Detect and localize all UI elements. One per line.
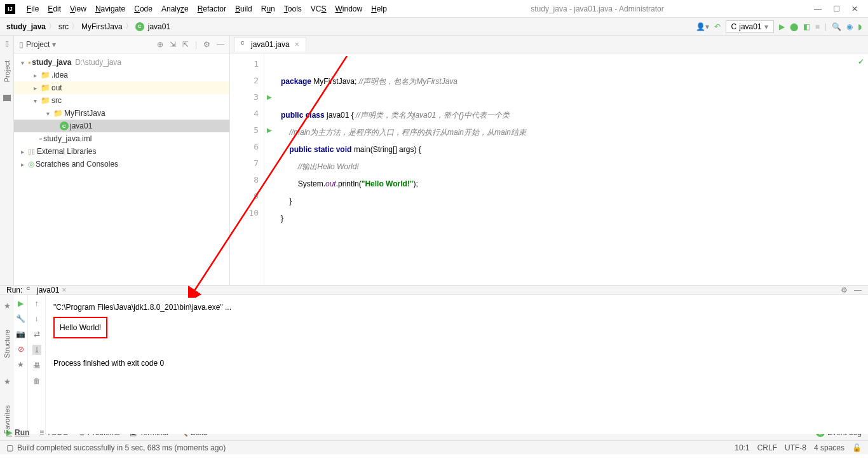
tree-out[interactable]: ▸📁 out <box>14 81 229 94</box>
debug-button[interactable]: ⬤ <box>790 22 798 31</box>
expand-icon[interactable]: ⇲ <box>170 40 176 49</box>
collapse-icon[interactable]: ⇱ <box>182 40 189 49</box>
status-eol[interactable]: CRLF <box>757 443 777 452</box>
favorites-tool-label[interactable]: Favorites <box>3 405 11 434</box>
star-icon[interactable]: ★ <box>17 360 24 369</box>
menubar: File Edit View Navigate Code Analyze Ref… <box>20 2 391 16</box>
hide-icon[interactable]: — <box>217 40 224 49</box>
minimize-button[interactable]: — <box>814 4 822 13</box>
status-indent[interactable]: 4 spaces <box>814 443 844 452</box>
project-panel-title: Project <box>26 40 50 49</box>
output-hello: Hello World! <box>53 317 107 338</box>
gear-icon[interactable]: ⚙ <box>203 40 210 49</box>
project-tool-tab[interactable]: ▯ <box>5 39 9 48</box>
editor-tab[interactable]: C java01.java × <box>234 37 306 52</box>
back-icon[interactable]: ↶ <box>714 22 721 31</box>
down-icon[interactable]: ↓ <box>35 314 39 323</box>
editor-area: C java01.java × 12345678910 ▶▶ package M… <box>230 36 868 285</box>
run-button[interactable]: ▶ <box>779 22 785 31</box>
menu-navigate[interactable]: Navigate <box>92 2 129 16</box>
wrench-icon[interactable]: 🔧 <box>16 314 25 323</box>
project-tool-label[interactable]: Project <box>3 60 11 82</box>
statusbar: ▢ Build completed successfully in 5 sec,… <box>0 440 868 454</box>
line-gutter: 12345678910 <box>230 53 264 285</box>
rerun-button[interactable]: ▶ <box>18 299 24 308</box>
run-output[interactable]: "C:\Program Files\Java\jdk1.8.0_201\bin\… <box>46 295 868 434</box>
menu-file[interactable]: File <box>23 2 43 16</box>
titlebar: IJ File Edit View Navigate Code Analyze … <box>0 0 868 18</box>
tree-scratch[interactable]: ▸◎ Scratches and Consoles <box>14 158 229 170</box>
tree-iml[interactable]: ▫ study_java.iml <box>14 132 229 145</box>
window-controls: — ☐ ✕ <box>804 4 868 13</box>
java-class-icon: C <box>241 41 248 48</box>
close-icon[interactable]: × <box>62 286 66 295</box>
run-config-selector[interactable]: C java01 ▾ <box>726 20 774 33</box>
run-config-name: java01 <box>739 22 761 31</box>
app-logo: IJ <box>5 4 15 14</box>
clear-icon[interactable]: 🗑 <box>33 377 41 385</box>
gear-icon[interactable]: ⚙ <box>841 286 848 295</box>
menu-vcs[interactable]: VCS <box>307 2 330 16</box>
run-panel: Run: Cjava01 × ⚙ — ★ Structure ★ Favorit… <box>0 285 868 424</box>
bookmark-icon[interactable] <box>3 95 11 101</box>
up-icon[interactable]: ↑ <box>35 299 39 308</box>
breadcrumb-src[interactable]: src <box>58 22 69 31</box>
breadcrumb: study_java 〉 src 〉 MyFirstJava 〉 C java0… <box>6 21 170 32</box>
inspection-ok-icon: ✓ <box>858 57 864 66</box>
breadcrumb-file[interactable]: java01 <box>148 22 170 31</box>
tree-external[interactable]: ▸⫿⫿ External Libraries <box>14 145 229 158</box>
menu-edit[interactable]: Edit <box>44 2 65 16</box>
update-icon[interactable]: ◉ <box>846 22 853 31</box>
scroll-icon[interactable]: ⤓ <box>32 345 41 355</box>
tree-class[interactable]: C java01 <box>14 120 229 132</box>
select-opened-icon[interactable]: ⊕ <box>157 40 163 49</box>
java-class-icon: C <box>731 22 737 31</box>
project-panel: ▯Project ▾ ⊕ ⇲ ⇱ | ⚙ — ▾▪ study_javaD:\s… <box>14 36 230 285</box>
breadcrumb-pkg[interactable]: MyFirstJava <box>81 22 123 31</box>
menu-analyze[interactable]: Analyze <box>158 2 193 16</box>
exit-icon[interactable]: ⊘ <box>18 345 24 354</box>
run-label: Run: <box>6 286 22 295</box>
status-icon[interactable]: ▢ <box>6 443 13 452</box>
navbar: study_java 〉 src 〉 MyFirstJava 〉 C java0… <box>0 18 868 36</box>
wrap-icon[interactable]: ⇄ <box>34 330 40 338</box>
code-editor[interactable]: 12345678910 ▶▶ package MyFirstJava; //声明… <box>230 53 868 285</box>
sync-icon[interactable]: ◗ <box>858 22 862 31</box>
close-button[interactable]: ✕ <box>851 4 858 13</box>
lock-icon[interactable]: 🔓 <box>852 443 862 452</box>
camera-icon[interactable]: 📷 <box>16 330 25 338</box>
user-icon[interactable]: 👤▾ <box>696 22 709 31</box>
output-cmd: "C:\Program Files\Java\jdk1.8.0_201\bin\… <box>53 299 860 316</box>
menu-build[interactable]: Build <box>231 2 256 16</box>
menu-view[interactable]: View <box>66 2 90 16</box>
window-title: study_java - java01.java - Administrator <box>391 4 804 13</box>
menu-window[interactable]: Window <box>331 2 366 16</box>
coverage-button[interactable]: ◧ <box>803 22 810 31</box>
run-tab-name: java01 <box>37 286 59 295</box>
stop-button[interactable]: ■ <box>815 22 820 31</box>
menu-tools[interactable]: Tools <box>280 2 306 16</box>
breadcrumb-project[interactable]: study_java <box>6 22 46 31</box>
menu-help[interactable]: Help <box>367 2 391 16</box>
menu-run[interactable]: Run <box>257 2 279 16</box>
search-icon[interactable]: 🔍 <box>832 22 841 31</box>
tree-src[interactable]: ▾📁 src <box>14 94 229 107</box>
status-enc[interactable]: UTF-8 <box>785 443 806 452</box>
java-class-icon: C <box>135 22 144 31</box>
tree-pkg[interactable]: ▾📁 MyFirstJava <box>14 107 229 120</box>
hide-icon[interactable]: — <box>854 286 862 295</box>
left-tool-gutter: ▯ Project <box>0 36 14 285</box>
run-gutter: ▶▶ <box>264 53 275 285</box>
tree-root[interactable]: ▾▪ study_javaD:\study_java <box>14 56 229 69</box>
project-tree: ▾▪ study_javaD:\study_java ▸📁 .idea ▸📁 o… <box>14 53 229 173</box>
menu-refactor[interactable]: Refactor <box>194 2 230 16</box>
status-pos[interactable]: 10:1 <box>735 443 749 452</box>
close-icon[interactable]: × <box>295 40 299 49</box>
print-icon[interactable]: 🖶 <box>33 361 41 370</box>
structure-tool-label[interactable]: Structure <box>3 330 11 358</box>
maximize-button[interactable]: ☐ <box>833 4 840 13</box>
java-class-icon: C <box>27 286 34 294</box>
menu-code[interactable]: Code <box>130 2 156 16</box>
tree-idea[interactable]: ▸📁 .idea <box>14 69 229 81</box>
code-content[interactable]: package MyFirstJava; //声明包，包名为MyFirstJav… <box>275 53 868 285</box>
